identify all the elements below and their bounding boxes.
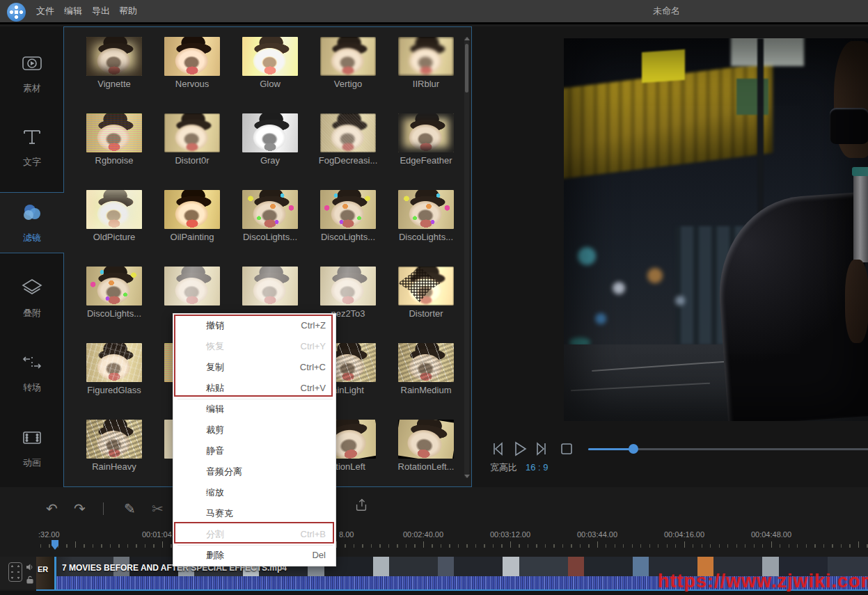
track-header bbox=[0, 557, 36, 589]
menu-item-2[interactable]: 编辑 bbox=[58, 0, 88, 22]
speaker-icon[interactable] bbox=[26, 562, 34, 570]
filter-item-hidden-17[interactable] bbox=[153, 267, 231, 308]
filter-name: IIRblur bbox=[387, 79, 465, 89]
filter-thumbnail bbox=[320, 190, 376, 229]
sidebar-item-4[interactable]: 叠附 bbox=[0, 268, 64, 329]
filter-item-Vignette[interactable]: Vignette bbox=[75, 37, 153, 89]
filter-thumbnail bbox=[398, 343, 454, 382]
lock-icon[interactable] bbox=[26, 574, 34, 582]
filter-item-Nervous[interactable]: Nervous bbox=[153, 37, 231, 89]
play-button[interactable] bbox=[511, 440, 529, 458]
context-menu-item-label: 粘贴 bbox=[206, 383, 224, 393]
context-menu-item-10[interactable]: 马赛克 bbox=[173, 503, 337, 524]
sidebar-item-5[interactable]: 转场 bbox=[0, 342, 64, 404]
context-menu-item-4[interactable]: 粘贴Ctrl+V bbox=[173, 378, 337, 399]
filter-thumbnail bbox=[242, 190, 298, 229]
filter-thumbnail bbox=[242, 267, 298, 306]
filter-item-DiscoLights...[interactable]: DiscoLights... bbox=[231, 190, 309, 242]
timeline-ruler[interactable]: :32.0000:01:04.008.0000:02:40.0000:03:12… bbox=[0, 527, 868, 551]
filter-item-DiscoLights...[interactable]: DiscoLights... bbox=[75, 267, 153, 319]
filter-item-FiguredGlass[interactable]: FiguredGlass bbox=[75, 343, 153, 395]
context-menu-item-5[interactable]: 编辑 bbox=[173, 399, 337, 420]
sidebar-item-label: 叠附 bbox=[0, 307, 64, 319]
video-frame bbox=[564, 38, 868, 421]
redo-icon[interactable]: ↷ bbox=[74, 500, 86, 518]
filters-scrollbar[interactable] bbox=[464, 37, 469, 478]
scroll-up-icon[interactable] bbox=[464, 37, 470, 40]
filter-name: RainMedium bbox=[387, 385, 465, 395]
filter-item-EdgeFeather[interactable]: EdgeFeather bbox=[387, 113, 465, 166]
filter-thumbnail bbox=[398, 113, 454, 152]
export-share-icon[interactable] bbox=[354, 497, 369, 516]
undo-icon[interactable]: ↶ bbox=[46, 500, 58, 518]
ruler-time-label: 00:04:48.00 bbox=[751, 530, 791, 539]
aspect-ratio-value[interactable]: 16 : 9 bbox=[526, 462, 549, 473]
filter-item-Rgbnoise[interactable]: Rgbnoise bbox=[75, 113, 153, 166]
filter-item-RotationLeft...[interactable]: RotationLeft... bbox=[387, 420, 465, 472]
scroll-down-icon[interactable] bbox=[464, 475, 470, 478]
filter-item-Distort0r[interactable]: Distort0r bbox=[153, 113, 231, 166]
sidebar-item-6[interactable]: 动画 bbox=[0, 418, 64, 479]
context-menu-item-8[interactable]: 音频分离 bbox=[173, 461, 337, 482]
context-menu-item-6[interactable]: 裁剪 bbox=[173, 420, 337, 441]
filter-item-RainHeavy[interactable]: RainHeavy bbox=[75, 420, 153, 472]
stop-button[interactable] bbox=[558, 440, 576, 458]
filter-item-Gray[interactable]: Gray bbox=[231, 113, 309, 166]
timeline-toolbar: ↶ ↷ ✎ ✂ bbox=[0, 493, 868, 526]
filter-name: Gray bbox=[231, 155, 309, 166]
filter-item-Glow[interactable]: Glow bbox=[231, 37, 309, 89]
sidebar-item-label: 转场 bbox=[0, 381, 64, 394]
edit-pencil-icon[interactable]: ✎ bbox=[124, 500, 136, 518]
filter-item-nez2To3[interactable]: nez2To3 bbox=[309, 267, 387, 319]
ruler-time-label: 00:04:16.00 bbox=[664, 530, 704, 539]
filter-name: Nervous bbox=[153, 79, 231, 89]
sidebar-item-2[interactable]: 文字 bbox=[0, 117, 64, 178]
filter-item-RainMedium[interactable]: RainMedium bbox=[387, 343, 465, 395]
sidebar-item-1[interactable]: 素材 bbox=[0, 43, 64, 104]
menu-item-3[interactable]: 导出 bbox=[86, 0, 116, 22]
context-menu-shortcut: Ctrl+Y bbox=[301, 336, 326, 357]
filter-item-IIRblur[interactable]: IIRblur bbox=[387, 37, 465, 89]
context-menu-item-1[interactable]: 撤销Ctrl+Z bbox=[173, 315, 337, 336]
filter-item-FogDecreasi...[interactable]: FogDecreasi... bbox=[309, 113, 387, 166]
scrollbar-thumb[interactable] bbox=[465, 44, 468, 93]
context-menu-item-11: 分割Ctrl+B bbox=[173, 524, 337, 545]
watermark-url: https://www.zjwiki.com bbox=[658, 571, 868, 592]
filter-item-OilPainting[interactable]: OilPainting bbox=[153, 190, 231, 242]
filter-name: DiscoLights... bbox=[387, 232, 465, 242]
filter-thumbnail bbox=[398, 420, 454, 459]
context-menu-item-label: 撤销 bbox=[206, 320, 224, 331]
filter-item-hidden-18[interactable] bbox=[231, 267, 309, 308]
filter-thumbnail bbox=[164, 190, 220, 229]
sidebar-item-3[interactable]: 滤镜 bbox=[0, 192, 64, 253]
filter-thumbnail bbox=[86, 190, 142, 229]
filter-item-Distorter[interactable]: Distorter bbox=[387, 267, 465, 319]
previous-clip-fragment[interactable]: ER bbox=[36, 557, 54, 589]
window-title: 未命名 bbox=[653, 0, 680, 22]
filter-thumbnail bbox=[164, 113, 220, 152]
context-menu-item-label: 音频分离 bbox=[206, 466, 242, 477]
context-menu-item-3[interactable]: 复制Ctrl+C bbox=[173, 357, 337, 378]
filter-name: RotationLeft... bbox=[387, 461, 465, 472]
filter-item-Vertigo[interactable]: Vertigo bbox=[309, 37, 387, 89]
prev-frame-button[interactable] bbox=[488, 440, 506, 458]
ruler-time-label: 00:03:44.00 bbox=[577, 530, 617, 539]
next-frame-button[interactable] bbox=[533, 440, 551, 458]
playhead[interactable] bbox=[52, 540, 58, 550]
filter-thumbnail bbox=[320, 113, 376, 152]
filter-item-OldPicture[interactable]: OldPicture bbox=[75, 190, 153, 242]
seek-knob[interactable] bbox=[629, 444, 638, 454]
video-preview[interactable] bbox=[564, 38, 868, 421]
context-menu-item-7[interactable]: 静音 bbox=[173, 441, 337, 461]
filter-item-DiscoLights...[interactable]: DiscoLights... bbox=[309, 190, 387, 242]
context-menu-item-12[interactable]: 删除Del bbox=[173, 545, 337, 566]
seek-slider[interactable] bbox=[588, 448, 868, 450]
menu-item-1[interactable]: 文件 bbox=[31, 0, 60, 22]
menu-item-4[interactable]: 帮助 bbox=[113, 0, 143, 22]
aspect-ratio-row: 宽高比16 : 9 bbox=[490, 461, 549, 474]
cut-scissors-icon[interactable]: ✂ bbox=[152, 500, 164, 518]
filter-name: EdgeFeather bbox=[387, 155, 465, 166]
filter-item-DiscoLights...[interactable]: DiscoLights... bbox=[387, 190, 465, 242]
context-menu-item-9[interactable]: 缩放 bbox=[173, 482, 337, 503]
transition-icon bbox=[20, 351, 44, 374]
